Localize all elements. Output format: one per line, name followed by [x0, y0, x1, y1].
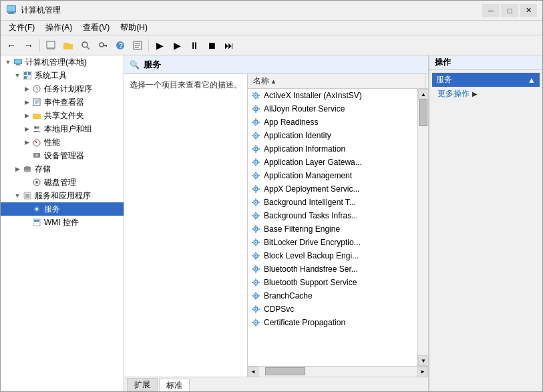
vertical-scrollbar[interactable]: ▲ ▼	[417, 89, 428, 366]
list-item[interactable]: Application Management	[248, 169, 417, 182]
service-icon-0	[250, 90, 261, 101]
svg-rect-3	[8, 13, 15, 14]
list-item[interactable]: Application Information	[248, 142, 417, 156]
svg-rect-66	[255, 112, 256, 113]
help-button[interactable]: ?	[112, 38, 128, 53]
sidebar-item-scheduler[interactable]: ▶ 任务计划程序	[1, 82, 124, 95]
svg-rect-98	[258, 175, 260, 176]
tab-standard[interactable]: 标准	[159, 379, 190, 391]
list-item[interactable]: Block Level Backup Engi...	[248, 249, 417, 262]
service-name-13: Bluetooth Handsfree Ser...	[264, 264, 358, 274]
play-button[interactable]: ▶	[152, 38, 168, 53]
list-item[interactable]: Bluetooth Handsfree Ser...	[248, 262, 417, 276]
svg-rect-151	[252, 295, 253, 296]
list-item[interactable]: AppX Deployment Servic...	[248, 182, 417, 196]
event-icon	[31, 97, 42, 108]
list-scroll[interactable]: ActiveX Installer (AxInstSV) AllJoyn Rou…	[248, 89, 417, 366]
window-title: 计算机管理	[21, 5, 61, 16]
scroll-track[interactable]	[418, 100, 428, 355]
service-name-9: Background Tasks Infras...	[264, 211, 358, 220]
svg-rect-60	[258, 95, 260, 95]
list-item[interactable]: App Readiness	[248, 116, 417, 129]
list-item[interactable]: Certificate Propagation	[248, 316, 417, 329]
svg-rect-115	[252, 215, 253, 216]
tabs-bar: 扩展 标准	[124, 377, 428, 391]
sidebar-item-systools[interactable]: ▼ 系统工具	[1, 69, 124, 82]
sidebar-item-storage[interactable]: ▶ 存储	[1, 162, 124, 176]
up-button[interactable]	[43, 38, 59, 53]
service-name-16: CDPSvc	[264, 305, 294, 314]
list-item[interactable]: AllJoyn Router Service	[248, 102, 417, 116]
list-item[interactable]: BitLocker Drive Encryptio...	[248, 236, 417, 249]
svg-rect-113	[255, 212, 256, 213]
svg-rect-152	[258, 295, 260, 296]
scroll-right-button[interactable]: ►	[417, 367, 428, 377]
search-button[interactable]	[77, 38, 94, 53]
svg-rect-137	[255, 265, 256, 266]
pause-button[interactable]: ⏸	[186, 38, 202, 53]
svg-rect-145	[252, 282, 253, 282]
sidebar-item-wmi[interactable]: WMI 控件	[1, 216, 124, 229]
sidebar-item-services[interactable]: 服务	[1, 202, 124, 216]
sidebar-svcapp-label: 服务和应用程序	[35, 190, 91, 202]
list-item[interactable]: Application Layer Gatewa...	[248, 156, 417, 169]
menu-help[interactable]: 帮助(H)	[115, 21, 153, 35]
key-button[interactable]	[95, 38, 111, 53]
scroll-left-button[interactable]: ◄	[248, 367, 258, 377]
browse-button[interactable]	[60, 38, 76, 53]
menu-action[interactable]: 操作(A)	[40, 21, 77, 35]
sidebar-users-label: 本地用户和组	[44, 124, 92, 135]
sidebar-item-svcapp[interactable]: ▼ 服务和应用程序	[1, 189, 124, 202]
svg-point-8	[82, 42, 87, 47]
sidebar-item-shared[interactable]: ▶ 共享文件夹	[1, 109, 124, 122]
menu-file[interactable]: 文件(F)	[3, 21, 40, 35]
tab-expand[interactable]: 扩展	[127, 378, 158, 391]
svg-rect-126	[255, 245, 256, 246]
sidebar-storage-label: 存储	[35, 164, 51, 175]
expand-icon-wmi	[22, 218, 31, 227]
scroll-up-button[interactable]: ▲	[418, 89, 428, 100]
menu-view[interactable]: 查看(V)	[77, 21, 115, 35]
sidebar-item-users[interactable]: ▶ 本地用户和组	[1, 122, 124, 136]
maximize-button[interactable]: □	[501, 4, 518, 17]
horizontal-scrollbar[interactable]: ◄ ►	[248, 366, 428, 377]
properties-button[interactable]	[130, 38, 146, 53]
list-item[interactable]: Bluetooth Support Service	[248, 276, 417, 289]
hscroll-thumb[interactable]	[265, 367, 305, 375]
sidebar-item-event[interactable]: ▶ 事件查看器	[1, 95, 124, 109]
svg-rect-4	[47, 41, 55, 48]
more-actions-button[interactable]: 更多操作 ▶	[432, 87, 540, 101]
list-item[interactable]: Background Tasks Infras...	[248, 209, 417, 222]
stop-button[interactable]: ⏹	[204, 38, 220, 53]
svg-point-112	[255, 215, 256, 216]
svg-rect-25	[28, 72, 31, 75]
column-name-header[interactable]: 名称 ▲	[250, 74, 425, 88]
scroll-thumb[interactable]	[419, 100, 427, 126]
play2-button[interactable]: ▶	[169, 38, 185, 53]
sidebar-item-perf[interactable]: ▶ 性能	[1, 136, 124, 149]
svg-rect-86	[258, 148, 260, 149]
list-item[interactable]: BranchCache	[248, 289, 417, 303]
skip-button[interactable]: ⏭	[221, 38, 237, 53]
sidebar-item-device[interactable]: 设备管理器	[1, 149, 124, 162]
svg-rect-161	[255, 319, 256, 320]
sidebar-item-root[interactable]: ▼ 计算机管理(本地)	[1, 55, 124, 69]
minimize-button[interactable]: ─	[482, 4, 500, 17]
expand-icon-event: ▶	[22, 97, 31, 107]
list-item[interactable]: CDPSvc	[248, 303, 417, 316]
hscroll-track[interactable]	[258, 367, 417, 377]
close-button[interactable]: ✕	[520, 4, 537, 17]
svg-rect-1	[7, 6, 15, 11]
service-icon-10	[250, 224, 261, 234]
svg-point-36	[34, 126, 37, 129]
scroll-down-button[interactable]: ▼	[418, 355, 428, 366]
forward-button[interactable]: →	[21, 38, 37, 53]
list-item[interactable]: Base Filtering Engine	[248, 222, 417, 236]
list-item[interactable]: Application Identity	[248, 129, 417, 142]
back-button[interactable]: ←	[3, 38, 19, 53]
sidebar-item-disk[interactable]: 磁盘管理	[1, 176, 124, 189]
expand-icon-disk	[22, 178, 31, 187]
list-item[interactable]: ActiveX Installer (AxInstSV)	[248, 89, 417, 102]
list-item[interactable]: Background Intelligent T...	[248, 196, 417, 209]
svg-rect-116	[258, 215, 260, 216]
